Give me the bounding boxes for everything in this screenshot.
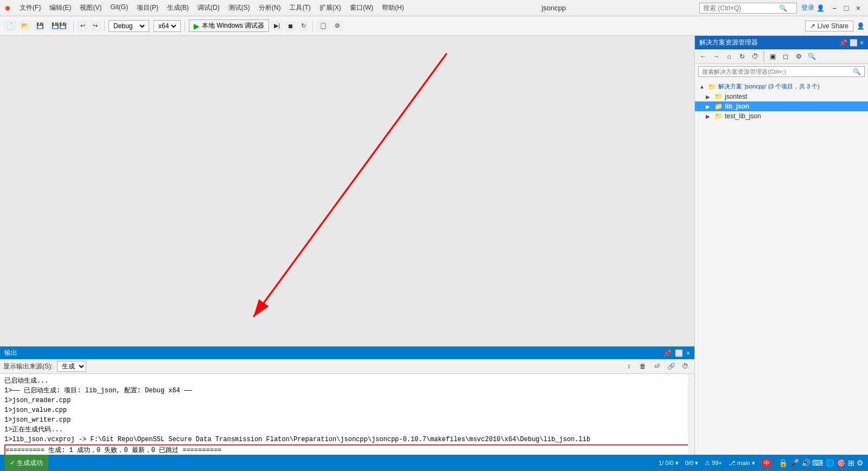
pin-icon[interactable]: 📌 bbox=[663, 349, 672, 357]
clock-icon[interactable]: ⏱ bbox=[679, 360, 691, 372]
sidebar-search-input[interactable] bbox=[702, 68, 853, 75]
attach-button[interactable]: ▶| bbox=[271, 21, 283, 31]
redo-button[interactable]: ↪ bbox=[90, 21, 100, 31]
output-line-3: 1>json_value.cpp bbox=[4, 405, 690, 415]
word-wrap-icon[interactable]: ⏎ bbox=[651, 360, 663, 372]
solution-tree: ▲ 📁 解决方案 'jsoncpp' (3 个项目，共 3 个) ▶ 📁 jso… bbox=[695, 79, 868, 471]
menu-bar: 文件(F) 编辑(E) 视图(V) Git(G) 项目(P) 生成(B) 调试(… bbox=[15, 1, 409, 15]
save-button[interactable]: 💾 bbox=[34, 21, 47, 31]
close-button[interactable]: × bbox=[853, 3, 864, 14]
output-panel: 输出 📌 ⬜ × 显示输出来源(S): 生成 调试 ↕ 🗑 bbox=[0, 346, 694, 471]
login-label: 登录 bbox=[801, 3, 814, 12]
scroll-lock-icon[interactable]: ↕ bbox=[623, 360, 635, 372]
system-tray-icons: 🔒 🎤 🔊 ⌨ 🌐 🎯 ⊞ ⚙ bbox=[778, 459, 864, 467]
solution-root[interactable]: ▲ 📁 解决方案 'jsoncpp' (3 个项目，共 3 个) bbox=[695, 81, 868, 92]
sep4 bbox=[312, 21, 313, 31]
debug-config-select[interactable]: Debug Release bbox=[111, 22, 146, 30]
clear-icon[interactable]: 🗑 bbox=[637, 360, 649, 372]
run-label: 本地 Windows 调试器 bbox=[202, 21, 264, 30]
menu-git[interactable]: Git(G) bbox=[106, 1, 132, 15]
window-title: jsoncpp bbox=[541, 4, 566, 12]
solution-explorer-button[interactable]: 📋 bbox=[317, 21, 330, 31]
back-btn[interactable]: ← bbox=[697, 50, 709, 62]
sidebar-close-icon[interactable]: × bbox=[860, 39, 864, 47]
debug-config-dropdown[interactable]: Debug Release bbox=[108, 20, 149, 32]
output-line-2: 1>json_reader.cpp bbox=[4, 396, 690, 405]
menu-edit[interactable]: 编辑(E) bbox=[45, 1, 75, 15]
sidebar-search-icon: 🔍 bbox=[853, 68, 861, 75]
menu-window[interactable]: 窗口(W) bbox=[346, 1, 378, 15]
stop-button[interactable]: ⏹ bbox=[285, 21, 296, 31]
menu-test[interactable]: 测试(S) bbox=[224, 1, 254, 15]
live-share-button[interactable]: ↗ Live Share bbox=[805, 21, 853, 31]
left-content: 输出 📌 ⬜ × 显示输出来源(S): 生成 调试 ↕ 🗑 bbox=[0, 36, 694, 471]
properties-button[interactable]: ⚙ bbox=[332, 21, 343, 31]
output-line-6: 1>lib_json.vcxproj -> F:\Git Repo\OpenSS… bbox=[4, 435, 690, 444]
sidebar-header: 解决方案资源管理器 📌 ⬜ × bbox=[695, 36, 868, 49]
line-col-indicator[interactable]: 1/ 0/0 ▾ bbox=[659, 460, 679, 467]
minimize-button[interactable]: − bbox=[829, 3, 840, 14]
source-label: 显示输出来源(S): bbox=[3, 362, 53, 371]
build-status: ✓ 生成成功 bbox=[4, 455, 48, 471]
source-select[interactable]: 生成 调试 bbox=[57, 361, 86, 372]
output-line-4: 1>json_writer.cpp bbox=[4, 415, 690, 425]
refresh-btn[interactable]: ↻ bbox=[736, 50, 748, 62]
login-button[interactable]: 登录 👤 bbox=[801, 3, 825, 12]
menu-help[interactable]: 帮助(H) bbox=[378, 1, 409, 15]
menu-tools[interactable]: 工具(T) bbox=[285, 1, 315, 15]
forward-btn[interactable]: → bbox=[710, 50, 722, 62]
tree-item-test-lib-json[interactable]: ▶ 📁 test_lib_json bbox=[695, 111, 868, 121]
collapse-btn[interactable]: ▣ bbox=[767, 50, 778, 62]
search-input[interactable] bbox=[703, 4, 779, 12]
new-file-button[interactable]: 📄 bbox=[3, 21, 16, 31]
filter-btn[interactable]: ⚙ bbox=[793, 50, 805, 62]
close-output-icon[interactable]: × bbox=[686, 349, 690, 357]
live-share-label: Live Share bbox=[818, 22, 848, 30]
app-logo: ● bbox=[4, 2, 11, 14]
sidebar-pin-icon[interactable]: 📌 bbox=[839, 39, 847, 47]
sidebar-search[interactable]: 🔍 bbox=[698, 66, 865, 77]
float-icon[interactable]: ⬜ bbox=[675, 349, 683, 357]
output-toolbar: 显示输出来源(S): 生成 调试 ↕ 🗑 ⏎ 🔗 ⏱ bbox=[0, 359, 694, 374]
open-file-button[interactable]: 📂 bbox=[18, 21, 31, 31]
filter-icon[interactable]: 🔗 bbox=[665, 360, 677, 372]
account-icon[interactable]: 👤 bbox=[857, 22, 865, 30]
expand-icon-lib-json: ▶ bbox=[706, 104, 712, 110]
maximize-button[interactable]: □ bbox=[841, 3, 852, 14]
editor-area[interactable] bbox=[0, 36, 694, 346]
sep-v bbox=[763, 50, 764, 62]
search-toolbar-btn[interactable]: 🔍 bbox=[806, 50, 818, 62]
tree-item-jsontest[interactable]: ▶ 📁 jsontest bbox=[695, 92, 868, 101]
toolbar: 📄 📂 💾 💾💾 ↩ ↪ Debug Release x64 x86 ▶ 本地 … bbox=[0, 16, 868, 36]
save-all-button[interactable]: 💾💾 bbox=[49, 21, 69, 31]
svg-line-1 bbox=[253, 53, 446, 317]
home-btn[interactable]: ⌂ bbox=[723, 50, 735, 62]
undo-button[interactable]: ↩ bbox=[78, 21, 88, 31]
menu-file[interactable]: 文件(F) bbox=[15, 1, 45, 15]
platform-select[interactable]: x64 x86 bbox=[156, 22, 178, 30]
play-icon: ▶ bbox=[194, 22, 200, 30]
menu-build[interactable]: 生成(B) bbox=[163, 1, 193, 15]
output-icons: ↕ 🗑 ⏎ 🔗 ⏱ bbox=[623, 360, 691, 372]
restart-button[interactable]: ↻ bbox=[298, 21, 309, 31]
search-box[interactable]: 🔍 bbox=[699, 3, 797, 14]
clock-btn[interactable]: ⏱ bbox=[749, 50, 761, 62]
lib-json-label: lib_json bbox=[725, 103, 749, 110]
expand-icon-jsontest: ▶ bbox=[706, 94, 712, 100]
output-title: 输出 bbox=[4, 348, 17, 358]
error-indicator[interactable]: 0/0 ▾ bbox=[685, 460, 698, 467]
sidebar-float-icon[interactable]: ⬜ bbox=[850, 39, 858, 47]
branch-indicator[interactable]: ⎇ main ▾ bbox=[729, 460, 755, 467]
tree-item-lib-json[interactable]: ▶ 📁 lib_json bbox=[695, 101, 868, 111]
platform-dropdown[interactable]: x64 x86 bbox=[154, 20, 181, 32]
run-button[interactable]: ▶ 本地 Windows 调试器 bbox=[189, 20, 269, 32]
menu-view[interactable]: 视图(V) bbox=[75, 1, 106, 15]
menu-debug[interactable]: 调试(D) bbox=[193, 1, 224, 15]
warning-indicator[interactable]: ⚠ 99+ bbox=[705, 460, 722, 467]
show-all-btn[interactable]: ◻ bbox=[780, 50, 792, 62]
menu-analyze[interactable]: 分析(N) bbox=[254, 1, 285, 15]
output-line-1: 1>—— 已启动生成: 项目: lib_json, 配置: Debug x64 … bbox=[4, 386, 690, 396]
sep2 bbox=[104, 21, 105, 31]
menu-project[interactable]: 项目(P) bbox=[132, 1, 163, 15]
menu-extensions[interactable]: 扩展(X) bbox=[315, 1, 346, 15]
